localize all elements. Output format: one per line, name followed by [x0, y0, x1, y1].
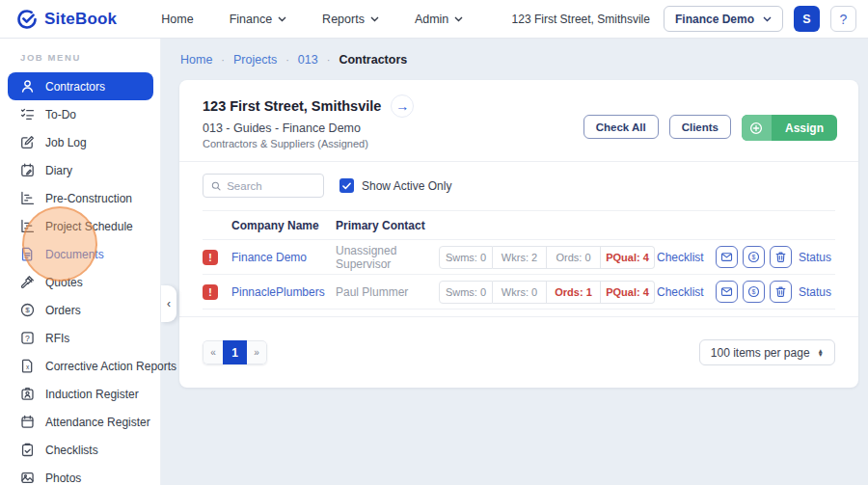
sidebar-item-label: Induction Register	[45, 388, 139, 401]
swms-chip[interactable]: Swms: 0	[439, 281, 493, 304]
sidebar-item-induction-register[interactable]: Induction Register	[0, 380, 161, 408]
count-chips: Swms: 0 Wkrs: 2 Ords: 0 PQual: 4	[439, 246, 657, 269]
check-all-button[interactable]: Check All	[583, 115, 659, 139]
topbar: SiteBook Home Finance Reports Admin 123 …	[0, 0, 868, 39]
assign-button[interactable]: Assign	[742, 115, 837, 141]
calendar-edit-icon	[20, 163, 35, 177]
sidebar-item-photos[interactable]: Photos	[0, 464, 161, 485]
sidebar-item-label: Corrective Action Reports	[45, 360, 176, 373]
id-badge-icon	[20, 387, 35, 401]
sidebar-item-label: Diary	[45, 164, 72, 177]
sidebar-item-pre-construction[interactable]: Pre-Construction	[0, 184, 161, 212]
status-link[interactable]: Status	[799, 285, 835, 299]
breadcrumb-013[interactable]: 013	[298, 53, 318, 67]
sidebar-item-diary[interactable]: Diary	[0, 156, 161, 184]
assign-button-label: Assign	[772, 121, 837, 135]
chevron-down-icon	[278, 16, 286, 22]
project-selector[interactable]: Finance Demo	[664, 6, 783, 32]
sidebar-item-label: Attendance Register	[45, 416, 150, 429]
checklist-link[interactable]: Checklist	[657, 285, 716, 299]
items-per-page-select[interactable]: 100 items per page ▲▼	[699, 339, 835, 365]
ords-chip[interactable]: Ords: 0	[547, 246, 601, 269]
svg-text:x: x	[26, 364, 30, 370]
sidebar: JOB MENU Contractors To-Do Job Log Diary	[0, 39, 161, 485]
sidebar-item-corrective-action-reports[interactable]: x Corrective Action Reports	[0, 352, 161, 380]
sidebar-item-project-schedule[interactable]: Project Schedule	[0, 212, 161, 240]
sidebar-item-label: Contractors	[45, 80, 105, 94]
table-row: ! PinnaclePlumbers Paul Plummer Swms: 0 …	[203, 275, 835, 310]
project-address: 123 First Street, Smithsvile	[512, 13, 650, 26]
sidebar-item-label: Job Log	[45, 136, 87, 149]
show-active-checkbox[interactable]	[339, 178, 354, 193]
svg-text:$: $	[752, 254, 756, 260]
next-page-button[interactable]: »	[247, 340, 267, 364]
sidebar-item-attendance-register[interactable]: Attendance Register	[0, 408, 161, 436]
search-input[interactable]	[227, 180, 315, 192]
primary-contact: Paul Plummer	[336, 285, 439, 299]
todo-list-icon	[20, 107, 35, 121]
dollar-circle-icon[interactable]: $	[743, 246, 765, 268]
status-link[interactable]: Status	[799, 251, 835, 264]
nav-item-reports[interactable]: Reports	[322, 13, 379, 26]
row-actions: $	[716, 281, 799, 303]
sidebar-item-checklists[interactable]: Checklists	[0, 436, 161, 464]
wkrs-chip[interactable]: Wkrs: 2	[493, 246, 547, 269]
main-nav: Home Finance Reports Admin	[161, 13, 463, 26]
pqual-chip[interactable]: PQual: 4	[601, 246, 655, 269]
trash-icon[interactable]	[770, 281, 792, 303]
sidebar-item-documents[interactable]: Documents	[0, 240, 161, 268]
chevron-left-icon: ‹	[167, 297, 171, 310]
report-x-icon: x	[20, 359, 35, 373]
wkrs-chip[interactable]: Wkrs: 0	[493, 281, 547, 304]
nav-item-finance[interactable]: Finance	[230, 13, 286, 26]
card-footer: « 1 » 100 items per page ▲▼	[179, 316, 858, 388]
swms-chip[interactable]: Swms: 0	[439, 246, 493, 269]
breadcrumb-separator: ·	[327, 54, 331, 66]
nav-item-admin[interactable]: Admin	[415, 13, 463, 26]
sidebar-item-contractors[interactable]: Contractors	[8, 72, 153, 100]
pqual-chip[interactable]: PQual: 4	[601, 281, 655, 304]
mail-icon[interactable]	[716, 246, 738, 268]
dollar-circle-icon[interactable]: $	[743, 281, 765, 303]
svg-text:$: $	[752, 288, 756, 295]
sidebar-collapse-button[interactable]: ‹	[161, 285, 176, 322]
project-selector-label: Finance Demo	[675, 13, 754, 26]
card-subtitle: 013 - Guides - Finance Demo	[203, 121, 414, 135]
pagination: « 1 »	[203, 340, 267, 364]
primary-contact: Unassigned Supervisor	[336, 244, 439, 271]
arrow-right-icon[interactable]: →	[391, 94, 414, 118]
trash-icon[interactable]	[770, 246, 792, 268]
sidebar-item-orders[interactable]: $ Orders	[0, 296, 161, 324]
sort-arrows-icon: ▲▼	[818, 349, 824, 357]
company-link[interactable]: PinnaclePlumbers	[231, 285, 336, 299]
sidebar-item-todo[interactable]: To-Do	[0, 100, 161, 128]
sitebook-logo-icon	[16, 9, 38, 30]
breadcrumb-projects[interactable]: Projects	[233, 53, 277, 67]
brand-name: SiteBook	[44, 10, 117, 29]
sidebar-item-label: Checklists	[45, 444, 98, 457]
column-header-company: Company Name	[231, 219, 336, 232]
help-button[interactable]: ?	[830, 6, 856, 32]
brand-logo[interactable]: SiteBook	[16, 9, 117, 30]
sidebar-item-quotes[interactable]: Quotes	[0, 268, 161, 296]
company-link[interactable]: Finance Demo	[231, 251, 336, 264]
search-box[interactable]	[203, 174, 324, 198]
clients-button[interactable]: Clients	[669, 115, 731, 139]
prev-page-button[interactable]: «	[203, 340, 223, 364]
sidebar-item-job-log[interactable]: Job Log	[0, 128, 161, 156]
breadcrumb-home[interactable]: Home	[180, 53, 212, 67]
dollar-circle-icon: $	[20, 303, 35, 317]
current-page-button[interactable]: 1	[223, 340, 247, 364]
page-title: 123 First Street, Smithsvile	[203, 98, 381, 114]
ords-chip[interactable]: Ords: 1	[547, 281, 601, 304]
nav-label: Finance	[230, 13, 272, 26]
sidebar-item-rfis[interactable]: ? RFIs	[0, 324, 161, 352]
mail-icon[interactable]	[716, 281, 738, 303]
breadcrumb-current: Contractors	[339, 53, 407, 67]
document-icon	[20, 247, 35, 261]
checklist-link[interactable]: Checklist	[657, 251, 716, 264]
nav-item-home[interactable]: Home	[161, 13, 193, 26]
sidebar-item-label: Quotes	[45, 276, 83, 289]
main-content: Home · Projects · 013 · Contractors 123 …	[161, 39, 868, 485]
avatar[interactable]: S	[794, 6, 820, 32]
